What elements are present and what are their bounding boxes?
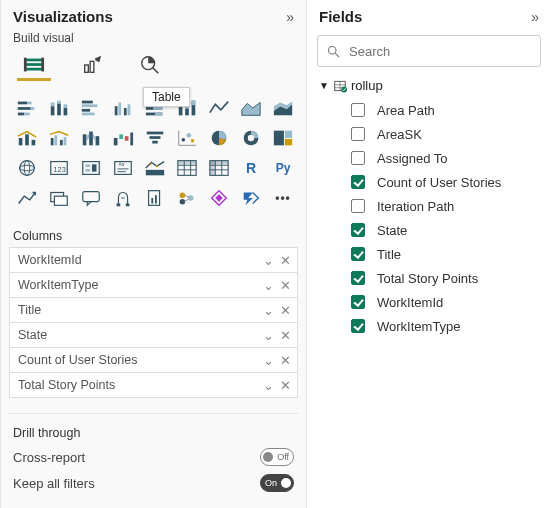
collapse-viz-pane-icon[interactable]: » — [286, 9, 294, 25]
viz-table[interactable] — [173, 155, 201, 181]
viz-matrix[interactable] — [205, 155, 233, 181]
svg-rect-67 — [285, 131, 292, 138]
viz-line[interactable] — [205, 95, 233, 121]
chevron-down-icon[interactable]: ⌄ — [263, 378, 274, 393]
svg-rect-24 — [82, 113, 95, 116]
field-item[interactable]: Count of User Stories — [351, 170, 541, 194]
viz-line-clustered-column[interactable] — [45, 125, 73, 151]
keep-filters-toggle[interactable]: On — [260, 474, 294, 492]
field-item[interactable]: AreaSK — [351, 122, 541, 146]
viz-powerapps[interactable] — [205, 185, 233, 211]
viz-r-visual[interactable]: R — [237, 155, 265, 181]
chevron-down-icon[interactable]: ⌄ — [263, 278, 274, 293]
viz-qna[interactable] — [77, 185, 105, 211]
viz-map[interactable] — [13, 155, 41, 181]
viz-100-stacked-bar[interactable] — [141, 95, 169, 121]
column-field[interactable]: WorkItemType⌄✕ — [9, 272, 298, 298]
viz-line-stacked-column[interactable] — [13, 125, 41, 151]
svg-rect-76 — [86, 169, 91, 172]
viz-scatter[interactable] — [173, 125, 201, 151]
remove-icon[interactable]: ✕ — [280, 278, 291, 293]
svg-rect-99 — [54, 196, 67, 205]
checkbox[interactable] — [351, 247, 365, 261]
viz-area[interactable] — [237, 95, 265, 121]
keep-filters-label: Keep all filters — [13, 476, 95, 491]
remove-icon[interactable]: ✕ — [280, 353, 291, 368]
checkbox[interactable] — [351, 151, 365, 165]
remove-icon[interactable]: ✕ — [280, 378, 291, 393]
column-field[interactable]: Count of User Stories⌄✕ — [9, 347, 298, 373]
viz-100-stacked-column[interactable] — [173, 95, 201, 121]
chevron-down-icon[interactable]: ⌄ — [263, 303, 274, 318]
viz-decomposition-tree[interactable] — [45, 185, 73, 211]
viz-ribbon[interactable] — [77, 125, 105, 151]
viz-stacked-bar[interactable] — [13, 95, 41, 121]
column-field[interactable]: Title⌄✕ — [9, 297, 298, 323]
viz-filled-map[interactable]: 123 — [45, 155, 73, 181]
viz-clustered-bar[interactable] — [77, 95, 105, 121]
svg-rect-6 — [90, 61, 94, 72]
remove-icon[interactable]: ✕ — [280, 328, 291, 343]
viz-arcgis[interactable] — [173, 185, 201, 211]
field-item[interactable]: Title — [351, 242, 541, 266]
viz-smart-narrative[interactable] — [109, 185, 137, 211]
fields-search[interactable] — [317, 35, 541, 67]
field-item[interactable]: WorkItemType — [351, 314, 541, 338]
tab-build-visual[interactable] — [17, 51, 51, 81]
svg-rect-26 — [118, 103, 121, 116]
svg-rect-46 — [60, 140, 63, 146]
field-item[interactable]: Iteration Path — [351, 194, 541, 218]
viz-powerautomate[interactable] — [237, 185, 265, 211]
viz-pie[interactable] — [205, 125, 233, 151]
chevron-down-icon[interactable]: ⌄ — [263, 353, 274, 368]
viz-stacked-area[interactable] — [269, 95, 297, 121]
viz-clustered-column[interactable] — [109, 95, 137, 121]
viz-key-influencers[interactable] — [13, 185, 41, 211]
viz-card[interactable] — [141, 155, 169, 181]
checkbox[interactable] — [351, 271, 365, 285]
chevron-down-icon[interactable]: ⌄ — [263, 253, 274, 268]
viz-gauge[interactable]: Aa — [109, 155, 137, 181]
field-item[interactable]: Total Story Points — [351, 266, 541, 290]
svg-rect-25 — [115, 106, 118, 115]
viz-treemap[interactable] — [269, 125, 297, 151]
checkbox[interactable] — [351, 223, 365, 237]
viz-waterfall[interactable] — [109, 125, 137, 151]
column-field[interactable]: WorkItemId⌄✕ — [9, 247, 298, 273]
svg-point-61 — [187, 133, 192, 138]
collapse-fields-pane-icon[interactable]: » — [531, 9, 539, 25]
svg-point-62 — [191, 139, 194, 142]
viz-paginated[interactable] — [141, 185, 169, 211]
checkbox[interactable] — [351, 127, 365, 141]
field-item[interactable]: State — [351, 218, 541, 242]
checkbox[interactable] — [351, 103, 365, 117]
tab-analytics[interactable] — [133, 51, 167, 81]
viz-python-visual[interactable]: Py — [269, 155, 297, 181]
remove-icon[interactable]: ✕ — [280, 303, 291, 318]
viz-stacked-column[interactable] — [45, 95, 73, 121]
viz-donut[interactable] — [237, 125, 265, 151]
field-item[interactable]: Area Path — [351, 98, 541, 122]
svg-rect-106 — [155, 195, 157, 203]
viz-more[interactable]: ••• — [269, 185, 297, 211]
viz-tab-row — [1, 51, 306, 89]
column-field[interactable]: Total Story Points⌄✕ — [9, 372, 298, 398]
remove-icon[interactable]: ✕ — [280, 253, 291, 268]
columns-well[interactable]: WorkItemId⌄✕ WorkItemType⌄✕ Title⌄✕ Stat… — [1, 247, 306, 407]
viz-azure-map[interactable] — [77, 155, 105, 181]
tab-format-visual[interactable] — [75, 51, 109, 81]
svg-rect-32 — [153, 107, 162, 110]
cross-report-toggle[interactable]: Off — [260, 448, 294, 466]
checkbox[interactable] — [351, 295, 365, 309]
viz-funnel[interactable] — [141, 125, 169, 151]
checkbox[interactable] — [351, 199, 365, 213]
checkbox[interactable] — [351, 175, 365, 189]
chevron-down-icon[interactable]: ⌄ — [263, 328, 274, 343]
column-field[interactable]: State⌄✕ — [9, 322, 298, 348]
field-item[interactable]: WorkItemId — [351, 290, 541, 314]
fields-search-input[interactable] — [347, 43, 532, 60]
checkbox[interactable] — [351, 319, 365, 333]
field-item[interactable]: Assigned To — [351, 146, 541, 170]
fields-table-group[interactable]: ▼ rollup — [317, 75, 541, 96]
svg-rect-66 — [274, 131, 284, 146]
